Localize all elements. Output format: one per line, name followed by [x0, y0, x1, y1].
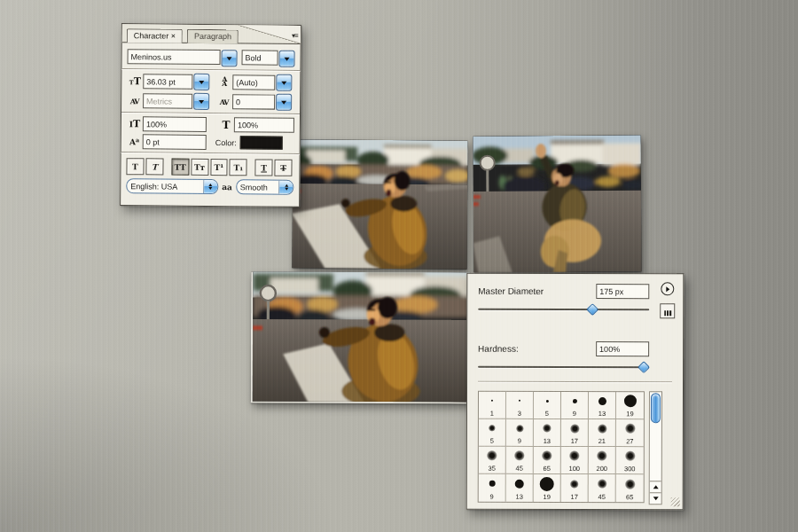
master-diameter-slider[interactable]: [478, 305, 649, 314]
brush-dot-icon: [506, 419, 533, 437]
all-caps-button[interactable]: TT: [171, 159, 189, 176]
new-brush-preset-icon[interactable]: [660, 303, 675, 318]
brush-preset-cell[interactable]: 9: [479, 474, 506, 502]
scrollbar-track[interactable]: [650, 424, 661, 481]
kerning-field[interactable]: Metrics: [143, 93, 192, 108]
resize-grip-icon[interactable]: [671, 497, 680, 506]
faux-bold-button[interactable]: T: [126, 158, 144, 175]
brush-dot-icon: [506, 392, 533, 410]
vertical-scale-field[interactable]: 100%: [143, 116, 207, 132]
brush-preset-cell[interactable]: 300: [616, 447, 644, 474]
brush-dot-icon: [616, 392, 644, 410]
hardness-field[interactable]: 100%: [596, 341, 649, 356]
divider: [121, 68, 300, 72]
brush-preset-cell[interactable]: 27: [616, 419, 644, 447]
brush-preset-cell[interactable]: 13: [506, 474, 534, 502]
text-color-swatch[interactable]: [240, 136, 283, 149]
font-size-dropdown-icon[interactable]: [193, 74, 209, 90]
brush-dot-icon: [479, 392, 505, 410]
antialias-select[interactable]: Smooth: [236, 179, 294, 195]
brush-size-label: 17: [571, 437, 578, 445]
baseline-shift-icon: [127, 137, 143, 146]
brush-preset-cell[interactable]: 13: [534, 419, 561, 447]
tracking-dropdown-icon[interactable]: [276, 94, 292, 111]
subscript-button[interactable]: T₁: [230, 159, 247, 176]
scrollbar-thumb[interactable]: [651, 393, 661, 423]
master-diameter-field[interactable]: 175 px: [596, 284, 649, 299]
font-style-dropdown-icon[interactable]: [278, 51, 294, 67]
font-size-field[interactable]: 36.03 pt: [143, 74, 192, 89]
kerning-dropdown-icon[interactable]: [193, 93, 209, 110]
brush-preset-cell[interactable]: 9: [506, 419, 534, 447]
brush-preset-cell[interactable]: 9: [561, 392, 589, 419]
brush-preset-cell[interactable]: 19: [534, 474, 561, 502]
brush-dot-icon: [534, 447, 560, 465]
underline-button[interactable]: T: [255, 159, 273, 176]
brush-preset-cell[interactable]: 21: [589, 419, 616, 447]
brush-preset-cell[interactable]: 17: [561, 474, 589, 502]
brush-preset-cell[interactable]: 45: [589, 474, 616, 502]
language-select[interactable]: English: USA: [126, 178, 218, 194]
scroll-down-button[interactable]: [650, 492, 661, 504]
antialias-icon: aa: [222, 183, 232, 192]
font-family-select[interactable]: Meninos.us: [128, 49, 221, 65]
slider-track: [478, 309, 649, 310]
brush-preset-cell[interactable]: 13: [589, 392, 616, 419]
hardness-slider[interactable]: [478, 363, 649, 372]
brush-size-label: 1: [490, 410, 494, 418]
master-diameter-handle[interactable]: [586, 303, 598, 316]
brush-dot-icon: [534, 392, 560, 410]
brush-grid-scrollbar[interactable]: [649, 391, 662, 505]
scroll-up-button[interactable]: [650, 481, 661, 492]
brush-size-label: 13: [516, 493, 523, 501]
divider: [121, 112, 300, 115]
brush-preset-cell[interactable]: 3: [506, 392, 534, 419]
brush-dot-icon: [534, 474, 560, 493]
panel-menu-icon[interactable]: [292, 32, 298, 40]
brush-size-label: 13: [544, 437, 551, 445]
flyout-menu-icon[interactable]: [661, 282, 674, 295]
brush-preset-cell[interactable]: 19: [616, 392, 644, 419]
brush-size-label: 5: [545, 410, 549, 418]
brush-size-label: 9: [518, 437, 521, 445]
brush-dot-icon: [506, 447, 533, 465]
tab-paragraph[interactable]: Paragraph: [187, 29, 239, 44]
brush-options-panel: Master Diameter 175 px Hardness: 100% 13…: [466, 273, 685, 511]
brush-preset-cell[interactable]: 100: [561, 447, 589, 474]
tab-character[interactable]: Character ×: [127, 28, 183, 43]
brush-preset-cell[interactable]: 5: [479, 419, 506, 447]
brush-preset-cell[interactable]: 17: [561, 419, 589, 447]
brush-size-label: 21: [598, 437, 606, 445]
brush-dot-icon: [589, 419, 615, 437]
leading-field[interactable]: (Auto): [232, 74, 275, 90]
vertical-scale-icon: [127, 118, 143, 129]
small-caps-button[interactable]: Tᴛ: [191, 159, 208, 176]
waving-man-street-scene: [473, 135, 641, 272]
tracking-field[interactable]: 0: [232, 94, 275, 109]
faux-italic-button[interactable]: T: [145, 158, 163, 175]
brush-dot-icon: [589, 447, 615, 465]
superscript-button[interactable]: T¹: [210, 159, 228, 176]
strikethrough-button[interactable]: T: [275, 160, 293, 176]
photo-print-waving-man: [473, 135, 641, 272]
horizontal-scale-field[interactable]: 100%: [234, 117, 294, 133]
brush-size-label: 19: [626, 410, 633, 418]
divider: [478, 381, 672, 384]
brush-preset-cell[interactable]: 65: [616, 474, 644, 502]
brush-dot-icon: [506, 474, 533, 493]
brush-size-label: 45: [516, 465, 523, 473]
brush-preset-cell[interactable]: 1: [479, 392, 506, 419]
slider-track: [478, 366, 649, 368]
brush-preset-cell[interactable]: 65: [534, 447, 561, 474]
brush-dot-icon: [534, 419, 560, 437]
brush-preset-cell[interactable]: 5: [534, 392, 561, 419]
brush-preset-cell[interactable]: 200: [589, 447, 616, 474]
brush-preset-cell[interactable]: 45: [506, 447, 534, 474]
hardness-handle[interactable]: [638, 361, 650, 373]
brush-dot-icon: [589, 474, 615, 493]
brush-preset-cell[interactable]: 35: [479, 447, 506, 474]
font-family-dropdown-icon[interactable]: [221, 50, 237, 66]
font-style-select[interactable]: Bold: [241, 50, 278, 65]
leading-dropdown-icon[interactable]: [276, 74, 292, 91]
baseline-shift-field[interactable]: 0 pt: [143, 134, 207, 150]
